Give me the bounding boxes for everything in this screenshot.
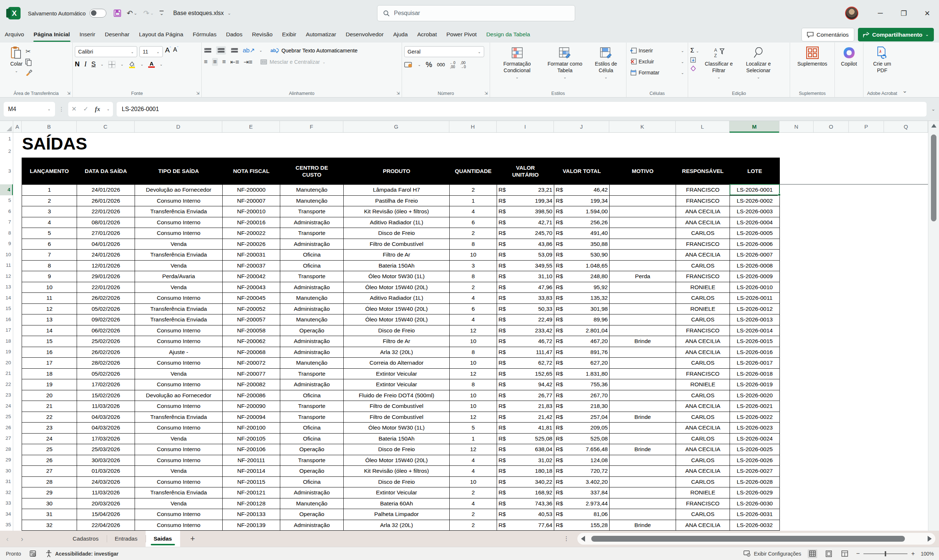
- cell-valor-unitario[interactable]: R$245,70: [497, 228, 554, 239]
- cell[interactable]: 10: [450, 249, 497, 261]
- cell-valor-unitario[interactable]: R$62,72: [497, 358, 554, 369]
- cell[interactable]: CARLOS: [676, 433, 730, 444]
- currency-icon[interactable]: [404, 62, 413, 68]
- cell[interactable]: 27/01/2026: [77, 228, 135, 239]
- cell[interactable]: Brinde: [610, 412, 676, 423]
- cell[interactable]: Venda: [135, 433, 223, 444]
- cell[interactable]: 15/02/2026: [77, 390, 135, 401]
- increase-decimal-icon[interactable]: ←0,00: [450, 61, 456, 69]
- shrink-font-icon[interactable]: Aˇ: [173, 46, 178, 57]
- cell[interactable]: NF-200045: [223, 293, 280, 304]
- cell[interactable]: Transferência Enviada: [135, 488, 223, 498]
- share-button[interactable]: Compartilhamento ⌄: [858, 28, 934, 42]
- cell[interactable]: 18: [22, 368, 77, 379]
- cell[interactable]: Óleo Motor 15W40 (20L): [344, 314, 450, 325]
- cell[interactable]: Venda: [135, 498, 223, 509]
- column-header-G[interactable]: G: [343, 121, 449, 132]
- cell[interactable]: 15/04/2026: [77, 509, 135, 520]
- cell[interactable]: 3: [450, 260, 497, 271]
- cell[interactable]: Administração: [280, 336, 344, 347]
- cell-valor-unitario[interactable]: R$21,42: [497, 412, 554, 423]
- select-all-corner[interactable]: [0, 121, 13, 132]
- column-header-L[interactable]: L: [675, 121, 729, 132]
- cell[interactable]: RONIELE: [676, 379, 730, 390]
- cell[interactable]: NF-200090: [223, 401, 280, 412]
- cell[interactable]: Administração: [280, 488, 344, 498]
- cell[interactable]: Brinde: [610, 444, 676, 455]
- cell[interactable]: NF-200111: [223, 455, 280, 466]
- cell[interactable]: NF-200128: [223, 498, 280, 509]
- cell[interactable]: LS-2026-0018: [730, 368, 780, 379]
- cell[interactable]: FRANCISCO: [676, 238, 730, 249]
- cell[interactable]: [610, 260, 676, 271]
- cell[interactable]: Disco de Freio: [344, 325, 450, 336]
- cell[interactable]: NF-200026: [223, 238, 280, 249]
- document-title[interactable]: Base estoques.xlsx: [173, 10, 224, 17]
- zoom-level[interactable]: 100%: [920, 551, 934, 557]
- cell[interactable]: Operação: [280, 466, 344, 477]
- cell[interactable]: 1: [450, 433, 497, 444]
- cell[interactable]: 25/02/2026: [77, 336, 135, 347]
- align-top-icon[interactable]: 🟰: [204, 46, 212, 54]
- cell-valor-unitario[interactable]: R$46,72: [497, 336, 554, 347]
- cell[interactable]: Operação: [280, 325, 344, 336]
- cell[interactable]: Transporte: [280, 401, 344, 412]
- row-header-32[interactable]: 32: [0, 487, 13, 498]
- cell[interactable]: 17: [22, 358, 77, 369]
- cell[interactable]: 26: [22, 455, 77, 466]
- cell-valor-total[interactable]: R$891,76: [554, 347, 610, 358]
- cell-valor-total[interactable]: R$248,80: [554, 271, 610, 282]
- percent-icon[interactable]: %: [426, 60, 432, 69]
- cell[interactable]: [610, 477, 676, 488]
- cell[interactable]: LS-2026-0023: [730, 423, 780, 434]
- cell-valor-unitario[interactable]: R$152,65: [497, 368, 554, 379]
- ribbon-tab-página-inicial[interactable]: Página Inicial: [29, 26, 75, 43]
- ribbon-tab-dados[interactable]: Dados: [221, 26, 247, 43]
- cell-valor-total[interactable]: R$491,40: [554, 228, 610, 239]
- cell[interactable]: 29/01/2026: [77, 271, 135, 282]
- cell-valor-unitario[interactable]: R$168,92: [497, 488, 554, 498]
- cell[interactable]: Filtro de Ar: [344, 336, 450, 347]
- cell[interactable]: Administração: [280, 238, 344, 249]
- cell[interactable]: 4: [450, 498, 497, 509]
- cell-valor-unitario[interactable]: R$77,64: [497, 520, 554, 531]
- cell[interactable]: ANA CECILIA: [676, 520, 730, 531]
- cell[interactable]: CARLOS: [676, 260, 730, 271]
- cell[interactable]: Arla 32 (20L): [344, 347, 450, 358]
- row-header-22[interactable]: 22: [0, 379, 13, 390]
- cell[interactable]: 5: [22, 228, 77, 239]
- cell[interactable]: Manutenção: [280, 498, 344, 509]
- cell[interactable]: NF-200139: [223, 520, 280, 531]
- cell[interactable]: 8: [450, 347, 497, 358]
- cell[interactable]: 8: [22, 260, 77, 271]
- autosum-icon[interactable]: Σ ⌄: [690, 47, 699, 54]
- cell[interactable]: [610, 423, 676, 434]
- row-header-13[interactable]: 13: [0, 282, 13, 293]
- expand-formula-bar-icon[interactable]: ⌄: [931, 106, 935, 112]
- cell-valor-unitario[interactable]: R$43,86: [497, 238, 554, 249]
- cell[interactable]: Filtro de Combustível: [344, 412, 450, 423]
- cell[interactable]: 06/02/2026: [77, 325, 135, 336]
- cell[interactable]: Bateria 60Ah: [344, 498, 450, 509]
- cell[interactable]: LS-2026-0022: [730, 412, 780, 423]
- cell[interactable]: Filtro de Ar: [344, 249, 450, 261]
- conditional-formatting-button[interactable]: Formatação Condicional⌄: [492, 45, 542, 89]
- cell[interactable]: NF-200057: [223, 314, 280, 325]
- cell[interactable]: NF-200022: [223, 228, 280, 239]
- cell[interactable]: 4: [450, 293, 497, 304]
- cell[interactable]: NF-200016: [223, 217, 280, 228]
- cell[interactable]: Transferência Enviada: [135, 314, 223, 325]
- cell[interactable]: Operação: [280, 444, 344, 455]
- cell[interactable]: Consumo Interno: [135, 325, 223, 336]
- zoom-slider-handle[interactable]: [885, 551, 886, 556]
- cell[interactable]: [610, 466, 676, 477]
- cell[interactable]: Brinde: [610, 520, 676, 531]
- cell[interactable]: LS-2026-0031: [730, 509, 780, 520]
- cell[interactable]: 23: [22, 423, 77, 434]
- cell[interactable]: 22/04/2026: [77, 520, 135, 531]
- cell[interactable]: NF-200072: [223, 358, 280, 369]
- row-header-9[interactable]: 9: [0, 238, 13, 249]
- cell[interactable]: NF-200062: [223, 336, 280, 347]
- font-name-select[interactable]: Calibri⌄: [75, 46, 137, 57]
- redo-icon[interactable]: ↷⌄: [143, 9, 154, 18]
